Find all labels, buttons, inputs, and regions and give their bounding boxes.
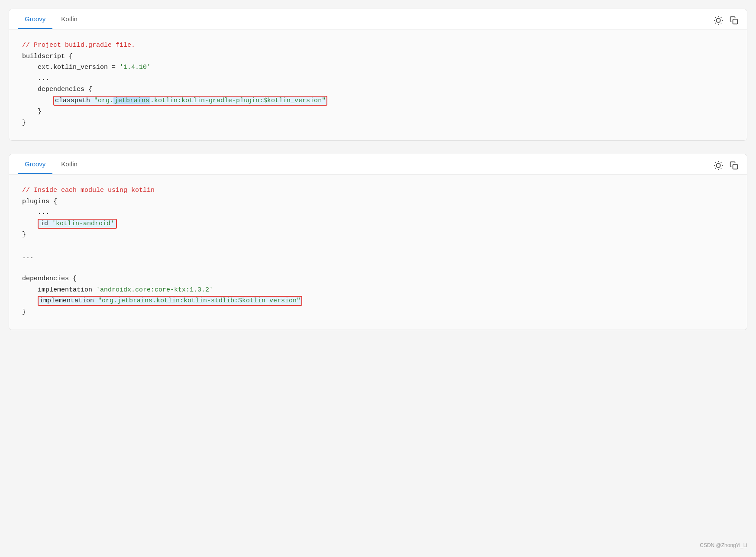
theme-icon-1[interactable] (712, 14, 724, 26)
code-line: id 'kotlin-android' (22, 218, 734, 230)
svg-point-10 (716, 163, 720, 167)
svg-line-18 (721, 162, 721, 163)
svg-point-0 (716, 18, 720, 22)
code-line: ext.kotlin_version = '1.4.10' (22, 62, 734, 73)
tab-bar-2: Groovy Kotlin (9, 154, 747, 175)
svg-line-14 (721, 168, 721, 168)
tab-groovy-1[interactable]: Groovy (18, 9, 52, 29)
code-line: implementation 'androidx.core:core-ktx:1… (22, 285, 734, 296)
code-line: classpath "org.jetbrains.kotlin:kotlin-g… (22, 95, 734, 107)
code-line: } (22, 229, 734, 240)
code-content-2: // Inside each module using kotlin plugi… (9, 175, 747, 330)
code-block-2: Groovy Kotlin // Inside each modu (9, 154, 747, 330)
code-block-1: Groovy Kotlin // Project build.gr (9, 9, 747, 141)
code-line: dependencies { (22, 273, 734, 285)
svg-line-8 (721, 17, 721, 18)
tab-kotlin-2[interactable]: Kotlin (54, 154, 84, 174)
svg-line-17 (715, 168, 716, 168)
code-line: } (22, 117, 734, 129)
code-line: plugins { (22, 196, 734, 207)
code-line: ... (22, 251, 734, 262)
code-line: } (22, 106, 734, 117)
svg-rect-9 (733, 19, 738, 24)
copy-icon-2[interactable] (728, 159, 740, 172)
code-line: ... (22, 207, 734, 218)
svg-rect-19 (733, 165, 738, 169)
code-line: } (22, 307, 734, 318)
svg-line-4 (721, 23, 721, 23)
theme-icon-2[interactable] (712, 159, 724, 172)
code-line: dependencies { (22, 84, 734, 95)
toolbar-1 (712, 14, 740, 26)
code-content-1: // Project build.gradle file. buildscrip… (9, 29, 747, 140)
svg-line-7 (715, 23, 716, 23)
svg-line-3 (715, 17, 716, 18)
watermark: CSDN @ZhongYi_Li (700, 542, 747, 548)
code-line (22, 262, 734, 274)
code-line: // Project build.gradle file. (22, 40, 734, 51)
tab-kotlin-1[interactable]: Kotlin (54, 9, 84, 29)
tab-bar-1: Groovy Kotlin (9, 9, 747, 29)
tab-groovy-2[interactable]: Groovy (18, 154, 52, 174)
code-line: ... (22, 73, 734, 84)
code-line: // Inside each module using kotlin (22, 185, 734, 196)
code-line: buildscript { (22, 51, 734, 62)
svg-line-13 (715, 162, 716, 163)
code-line: implementation "org.jetbrains.kotlin:kot… (22, 295, 734, 307)
code-line (22, 240, 734, 252)
copy-icon-1[interactable] (728, 14, 740, 26)
toolbar-2 (712, 159, 740, 172)
